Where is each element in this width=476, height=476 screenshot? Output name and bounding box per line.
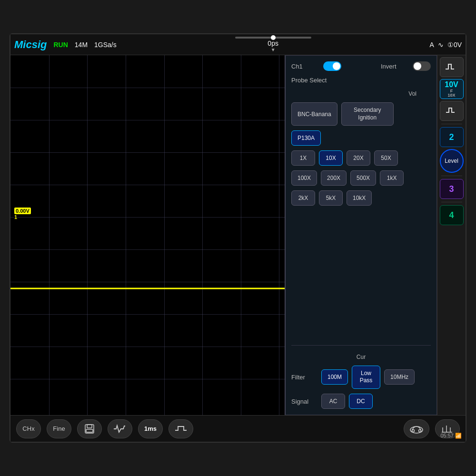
time-offset: 0ps bbox=[268, 40, 278, 47]
ch-info: A ∿ ①0V bbox=[430, 41, 462, 49]
ch1-value: 0.00V bbox=[14, 208, 31, 214]
panel-spacer bbox=[291, 210, 431, 338]
vol-label-row: Vol bbox=[291, 89, 431, 98]
sidebar-div3 bbox=[441, 202, 462, 202]
ch1-marker: 1 bbox=[14, 214, 17, 220]
wave-btn[interactable] bbox=[108, 419, 132, 438]
app-logo: Micsig bbox=[14, 39, 47, 51]
mult-1x-btn[interactable]: 1X bbox=[291, 150, 315, 166]
svg-rect-3 bbox=[87, 425, 92, 428]
svg-point-6 bbox=[412, 429, 415, 432]
svg-rect-4 bbox=[86, 429, 93, 432]
ch2-btn[interactable]: 2 bbox=[440, 127, 464, 147]
wave-icon: ∿ bbox=[438, 41, 444, 49]
ch-voltage: ①0V bbox=[447, 41, 462, 49]
probe-model-group: P130A bbox=[291, 130, 431, 146]
ch3-btn[interactable]: 3 bbox=[440, 179, 464, 199]
p130a-btn[interactable]: P130A bbox=[291, 130, 321, 146]
ch1-toggle[interactable] bbox=[323, 61, 341, 71]
ch1-label: 0.00V 1 bbox=[14, 208, 31, 220]
mult-200x-btn[interactable]: 200X bbox=[321, 170, 347, 186]
step-btn[interactable] bbox=[169, 419, 193, 438]
ch1-toggle-knob bbox=[333, 62, 340, 70]
mult-500x-btn[interactable]: 500X bbox=[350, 170, 376, 186]
run-status: RUN bbox=[53, 41, 68, 49]
sample-rate: 1GSa/s bbox=[94, 41, 117, 49]
signal-label: Signal bbox=[291, 398, 317, 405]
time-slider-thumb bbox=[271, 35, 276, 40]
mult-row3: 2kX 5kX 10kX bbox=[291, 190, 431, 206]
mult-20x-btn[interactable]: 20X bbox=[347, 150, 370, 166]
save-btn[interactable] bbox=[77, 419, 102, 438]
scope-screen: 0.00V 1 Ch1 Invert bbox=[10, 55, 437, 415]
chx-btn[interactable]: CHx bbox=[16, 419, 41, 438]
mult-10x-btn[interactable]: 10X bbox=[319, 150, 343, 166]
pulse-btn[interactable] bbox=[440, 57, 464, 77]
fine-btn[interactable]: Fine bbox=[47, 419, 71, 438]
probe-type-group: BNC-Banana Secondary Ignition bbox=[291, 102, 431, 126]
invert-label: Invert bbox=[381, 63, 407, 70]
time-display: 0ps ▼ bbox=[123, 37, 423, 52]
mult-5kx-btn[interactable]: 5kX bbox=[319, 190, 343, 206]
filter-lowpass-btn[interactable]: Low Pass bbox=[352, 366, 380, 389]
time-value-btn[interactable]: 1ms bbox=[138, 419, 163, 438]
filter-100m-btn[interactable]: 100M bbox=[321, 369, 348, 385]
sidebar-div2 bbox=[441, 176, 462, 176]
main-area: 0.00V 1 Ch1 Invert bbox=[10, 55, 466, 415]
bnc-banana-btn[interactable]: BNC-Banana bbox=[291, 102, 337, 126]
invert-toggle[interactable] bbox=[413, 61, 431, 71]
signal-row: Signal AC DC bbox=[291, 394, 431, 409]
volt-value: 10V bbox=[445, 80, 458, 89]
filter-row: Filter 100M Low Pass 10MHz bbox=[291, 366, 431, 389]
cur-label-row: Cur bbox=[291, 352, 431, 361]
pulse2-btn[interactable] bbox=[440, 101, 464, 121]
time-marker: ▼ bbox=[271, 47, 276, 52]
mem-stat: 14M bbox=[75, 41, 88, 49]
mult-2kx-btn[interactable]: 2kX bbox=[291, 190, 315, 206]
car-btn[interactable] bbox=[404, 419, 429, 438]
time-badge: 05:57 📶 bbox=[440, 433, 462, 439]
invert-toggle-knob bbox=[414, 62, 421, 70]
signal-ac-btn[interactable]: AC bbox=[321, 394, 345, 409]
volt-sub2: 10X bbox=[445, 93, 458, 98]
filter-label: Filter bbox=[291, 374, 317, 381]
volt-10v-btn[interactable]: 10V F 10X bbox=[440, 79, 464, 99]
ch1-row: Ch1 Invert bbox=[291, 61, 431, 71]
level-btn[interactable]: Level bbox=[440, 149, 464, 173]
bottom-bar: CHx Fine 1ms bbox=[10, 415, 466, 442]
panel-divider bbox=[291, 345, 431, 346]
wifi-icon: 📶 bbox=[455, 433, 462, 438]
right-sidebar: 10V F 10X 2 Level 3 4 bbox=[437, 55, 466, 415]
time-slider[interactable] bbox=[235, 37, 311, 39]
filter-10mhz-btn[interactable]: 10MHz bbox=[384, 369, 415, 385]
signal-dc-btn[interactable]: DC bbox=[349, 394, 373, 409]
mult-10kx-btn[interactable]: 10kX bbox=[347, 190, 372, 206]
mult-50x-btn[interactable]: 50X bbox=[374, 150, 398, 166]
mult-row1: 1X 10X 20X 50X bbox=[291, 150, 431, 166]
ch1-panel-label: Ch1 bbox=[291, 63, 317, 70]
secondary-ignition-btn[interactable]: Secondary Ignition bbox=[341, 102, 394, 126]
top-bar: Micsig RUN 14M 1GSa/s 0ps ▼ A ∿ ①0V bbox=[10, 34, 466, 55]
ch4-btn[interactable]: 4 bbox=[440, 205, 464, 225]
mult-row2: 100X 200X 500X 1kX bbox=[291, 170, 431, 186]
probe-select-label: Probe Select bbox=[291, 76, 431, 84]
svg-point-7 bbox=[419, 429, 421, 432]
mult-1kx-btn[interactable]: 1kX bbox=[380, 170, 404, 186]
ch-label: A bbox=[430, 41, 434, 49]
probe-panel: Ch1 Invert Probe Select Vol bbox=[285, 55, 437, 415]
mult-100x-btn[interactable]: 100X bbox=[291, 170, 317, 186]
sidebar-div1 bbox=[441, 124, 462, 124]
